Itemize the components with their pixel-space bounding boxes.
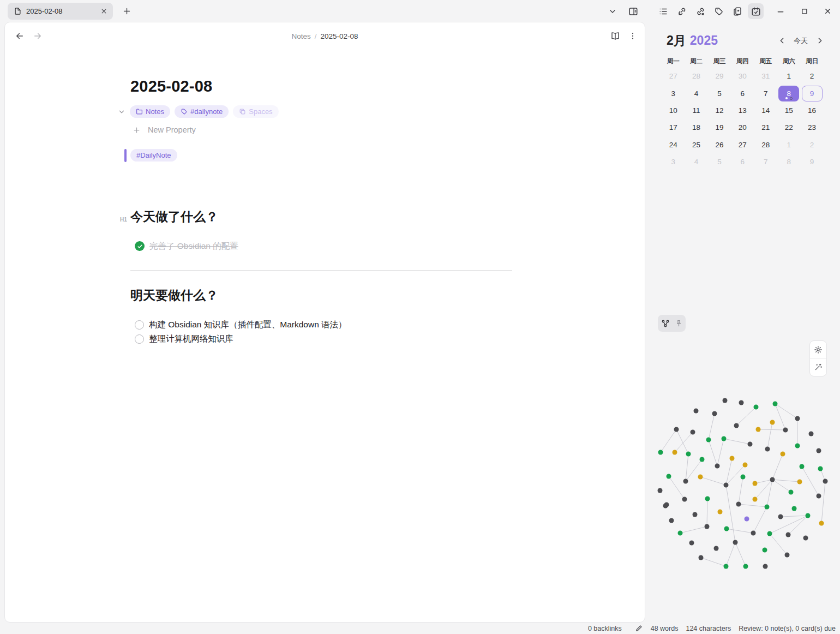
tab-list-chevron-icon[interactable] — [604, 3, 620, 19]
graph-node[interactable] — [792, 506, 797, 511]
tab-active[interactable]: 2025-02-08 — [8, 3, 113, 20]
graph-fork-icon[interactable] — [661, 319, 670, 328]
graph-node[interactable] — [715, 464, 720, 469]
calendar-day[interactable]: 28 — [754, 136, 777, 153]
graph-node[interactable] — [773, 402, 778, 406]
calendar-day[interactable]: 27 — [662, 68, 685, 85]
calendar-day[interactable]: 1 — [777, 136, 800, 153]
graph-node[interactable] — [763, 564, 768, 569]
graph-node[interactable] — [806, 513, 811, 518]
graph-node[interactable] — [745, 517, 749, 522]
graph-node[interactable] — [674, 427, 679, 432]
calendar-day[interactable]: 24 — [662, 136, 685, 153]
calendar-day[interactable]: 28 — [685, 68, 707, 85]
graph-node[interactable] — [781, 452, 785, 457]
status-backlinks[interactable]: 0 backlinks — [588, 625, 622, 632]
bullet-list-icon[interactable] — [655, 3, 671, 19]
split-panel-icon[interactable] — [625, 3, 641, 19]
graph-node[interactable] — [800, 464, 805, 469]
graph-node[interactable] — [785, 553, 790, 558]
graph-node[interactable] — [817, 448, 821, 453]
graph-node[interactable] — [689, 541, 694, 546]
graph-node[interactable] — [770, 420, 775, 425]
graph-node[interactable] — [754, 405, 759, 410]
calendar-month[interactable]: 2月 — [667, 32, 686, 49]
graph-node[interactable] — [818, 466, 823, 471]
calendar-day[interactable]: 1 — [777, 68, 800, 85]
graph-node[interactable] — [658, 488, 663, 493]
calendar-prev-icon[interactable] — [777, 36, 787, 46]
calendar-day[interactable]: 16 — [800, 102, 823, 119]
calendar-day[interactable]: 5 — [708, 85, 731, 101]
maximize-icon[interactable] — [796, 3, 812, 19]
pencil-icon[interactable] — [635, 624, 643, 632]
daily-note-calendar-icon[interactable] — [748, 3, 764, 19]
graph-node[interactable] — [733, 540, 738, 545]
calendar-day[interactable]: 6 — [731, 85, 754, 101]
graph-node[interactable] — [714, 546, 719, 551]
graph-node[interactable] — [730, 456, 735, 461]
graph-node[interactable] — [693, 512, 698, 517]
graph-node[interactable] — [667, 474, 671, 479]
graph-node[interactable] — [783, 428, 788, 433]
calendar-day[interactable]: 10 — [662, 102, 685, 119]
graph-node[interactable] — [763, 548, 767, 553]
graph-node[interactable] — [741, 475, 746, 480]
graph-node[interactable] — [778, 515, 783, 519]
graph-node[interactable] — [673, 450, 677, 455]
graph-node[interactable] — [819, 521, 824, 526]
graph-node[interactable] — [817, 494, 821, 499]
graph-node[interactable] — [734, 423, 739, 428]
calendar-day[interactable]: 23 — [800, 119, 823, 136]
graph-node[interactable] — [705, 497, 710, 501]
calendar-day[interactable]: 14 — [754, 102, 777, 119]
graph-node[interactable] — [797, 480, 802, 485]
graph-node[interactable] — [678, 531, 683, 536]
graph-node[interactable] — [686, 452, 691, 457]
graph-node[interactable] — [803, 536, 808, 541]
graph-node[interactable] — [691, 430, 695, 435]
graph-node[interactable] — [718, 510, 723, 515]
calendar-day[interactable]: 25 — [685, 136, 707, 153]
graph-node[interactable] — [669, 518, 674, 523]
graph-node[interactable] — [767, 531, 772, 536]
graph-node[interactable] — [809, 432, 814, 436]
calendar-day[interactable]: 31 — [754, 68, 777, 85]
graph-node[interactable] — [722, 436, 727, 441]
calendar-day[interactable]: 26 — [708, 136, 731, 153]
calendar-day[interactable]: 7 — [754, 153, 777, 170]
graph-view[interactable] — [649, 382, 840, 578]
calendar-day[interactable]: 6 — [731, 153, 754, 170]
new-property-button[interactable]: New Property — [133, 124, 196, 136]
calendar-day[interactable]: 15 — [777, 102, 800, 119]
note-title[interactable]: 2025-02-08 — [130, 77, 212, 95]
calendar-day[interactable]: 4 — [685, 153, 707, 170]
tags-icon[interactable] — [711, 3, 727, 19]
graph-node[interactable] — [823, 479, 828, 484]
incoming-links-icon[interactable] — [674, 3, 689, 19]
graph-settings-gear-icon[interactable] — [810, 341, 826, 358]
property-pill-tag[interactable]: #dailynote — [175, 105, 229, 118]
graph-node[interactable] — [756, 427, 761, 432]
calendar-day[interactable]: 17 — [662, 119, 685, 136]
calendar-day[interactable]: 13 — [731, 102, 754, 119]
calendar-day[interactable]: 4 — [685, 85, 707, 101]
graph-node[interactable] — [706, 438, 711, 442]
calendar-next-icon[interactable] — [815, 36, 825, 46]
tab-close-icon[interactable] — [100, 8, 107, 15]
pin-icon[interactable] — [675, 319, 683, 327]
calendar-day[interactable]: 5 — [708, 153, 731, 170]
graph-node[interactable] — [743, 564, 748, 569]
graph-node[interactable] — [795, 416, 800, 421]
graph-node[interactable] — [753, 481, 758, 486]
graph-node[interactable] — [748, 442, 753, 447]
calendar-day[interactable]: 21 — [754, 119, 777, 136]
graph-node[interactable] — [699, 555, 704, 560]
graph-node[interactable] — [658, 450, 663, 455]
calendar-day[interactable]: 12 — [708, 102, 731, 119]
graph-node[interactable] — [751, 531, 756, 536]
reading-mode-book-icon[interactable] — [608, 29, 622, 43]
graph-node[interactable] — [698, 475, 703, 480]
property-pill-folder[interactable]: Notes — [130, 105, 170, 118]
dailynote-tag-pill[interactable]: #DailyNote — [130, 149, 177, 162]
